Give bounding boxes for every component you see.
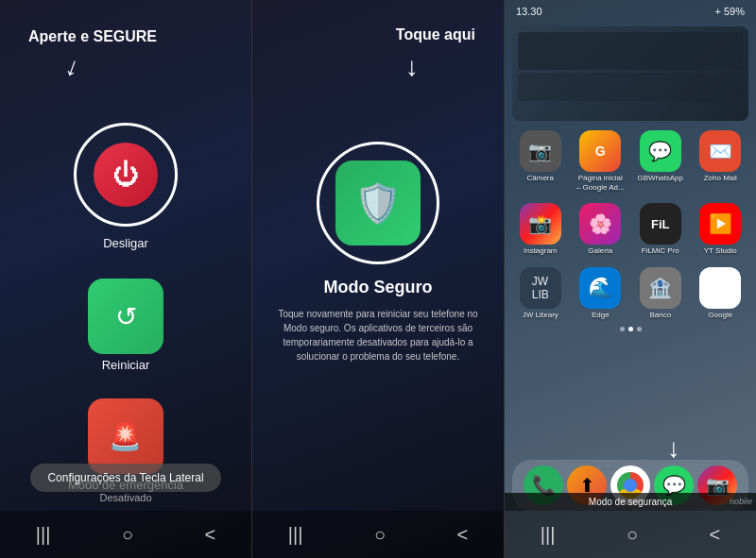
status-battery: + 59% bbox=[715, 6, 746, 17]
power-button-circle[interactable]: ⏻ bbox=[74, 123, 178, 227]
app-grid-row1: 📷 Câmera G Página inicial – Google Ad...… bbox=[505, 125, 756, 197]
dot-2-active bbox=[628, 327, 633, 331]
status-bar: 13.30 + 59% bbox=[505, 0, 756, 23]
banco-label: Banco bbox=[649, 311, 671, 320]
modo-seguro-shield: 🛡️ bbox=[335, 161, 421, 245]
modo-seguro-desc: Toque novamente para reiniciar seu telef… bbox=[252, 297, 504, 373]
modo-seguro-title: Modo Seguro bbox=[324, 278, 433, 297]
nav-menu-icon[interactable]: ||| bbox=[36, 524, 51, 546]
power-icon: ⏻ bbox=[94, 143, 158, 207]
google-icon bbox=[699, 267, 741, 309]
panel1-power-menu: Aperte e SEGURE ↓ ⏻ Desligar ↺ Reiniciar… bbox=[0, 0, 252, 558]
dot-3 bbox=[637, 327, 642, 331]
camera-icon: 📷 bbox=[520, 130, 561, 172]
zohomail-icon: ✉️ bbox=[699, 130, 741, 172]
nav-back-icon[interactable]: < bbox=[205, 524, 216, 546]
app-jwlibrary[interactable]: JWLIB JW Library bbox=[512, 267, 569, 320]
nav-bar-2: ||| ○ < bbox=[252, 511, 504, 558]
app-filmic[interactable]: FiL FiLMiC Pro bbox=[632, 203, 689, 256]
power-symbol-icon: ⏻ bbox=[112, 161, 139, 188]
reiniciar-button[interactable]: ↺ bbox=[88, 279, 163, 354]
edge-icon: 🌊 bbox=[579, 267, 621, 309]
instagram-label: Instagram bbox=[524, 246, 558, 256]
banco-icon: 🏦 bbox=[640, 267, 681, 309]
config-tecla-btn[interactable]: Configurações da Tecla Lateral bbox=[30, 464, 220, 492]
ytstudio-label: YT Studio bbox=[704, 246, 737, 256]
desligar-label: Desligar bbox=[103, 236, 148, 250]
app-ytstudio[interactable]: ▶️ YT Studio bbox=[693, 203, 749, 256]
app-edge[interactable]: 🌊 Edge bbox=[573, 267, 629, 320]
arrow-icon: ↓ bbox=[61, 51, 84, 84]
app-galeria[interactable]: 🌸 Galeria bbox=[573, 203, 629, 256]
nav-menu-icon-3[interactable]: ||| bbox=[541, 524, 556, 546]
google-label: Google bbox=[708, 311, 732, 320]
nav-menu-icon-2[interactable]: ||| bbox=[288, 524, 303, 546]
ytstudio-icon: ▶️ bbox=[699, 203, 741, 245]
google-ad-label: Página inicial – Google Ad... bbox=[576, 174, 625, 192]
toque-arrow-icon: ↓ bbox=[405, 52, 419, 82]
app-camera[interactable]: 📷 Câmera bbox=[512, 130, 569, 192]
app-google-ad[interactable]: G Página inicial – Google Ad... bbox=[573, 130, 629, 192]
gbwhatsapp-icon: 💬 bbox=[640, 130, 681, 172]
toque-label: Toque aqui bbox=[396, 26, 475, 43]
filmic-label: FiLMiC Pro bbox=[642, 246, 679, 256]
nav-bar-3: ||| ○ < bbox=[505, 511, 756, 558]
edge-label: Edge bbox=[592, 311, 610, 320]
app-google[interactable]: Google bbox=[693, 267, 749, 320]
app-grid-row2: 📸 Instagram 🌸 Galeria FiL FiLMiC Pro ▶️ … bbox=[505, 197, 756, 262]
reiniciar-icon: ↺ bbox=[115, 301, 137, 332]
wallpaper-strip-1 bbox=[518, 32, 743, 70]
app-banco[interactable]: 🏦 Banco bbox=[632, 267, 689, 320]
emergencia-icon: 🚨 bbox=[109, 421, 142, 452]
galeria-label: Galeria bbox=[588, 246, 612, 256]
modo-seguranca-text: Modo de segurança bbox=[589, 497, 672, 507]
watermark: nobiie bbox=[730, 497, 752, 506]
nav-home-icon[interactable]: ○ bbox=[122, 524, 133, 546]
status-right: + 59% bbox=[715, 6, 746, 17]
emergencia-sublabel: Desativado bbox=[99, 492, 151, 503]
shield-check-icon: 🛡️ bbox=[354, 181, 402, 226]
status-time: 13.30 bbox=[516, 6, 542, 17]
press-hold-label: Aperte e SEGURE bbox=[28, 28, 157, 45]
camera-label: Câmera bbox=[527, 174, 554, 183]
page-dots bbox=[505, 327, 756, 331]
app-zohomail[interactable]: ✉️ Zoho Mail bbox=[693, 130, 749, 192]
google-ad-icon: G bbox=[579, 130, 621, 172]
filmic-icon: FiL bbox=[640, 203, 681, 245]
app-gbwhatsapp[interactable]: 💬 GBWhatsApp bbox=[632, 130, 689, 192]
panel2-modo-seguro: Toque aqui ↓ 🛡️ Modo Seguro Toque novame… bbox=[252, 0, 505, 558]
nav-home-icon-3[interactable]: ○ bbox=[627, 524, 638, 546]
zohomail-label: Zoho Mail bbox=[704, 174, 737, 183]
nav-bar-1: ||| ○ < bbox=[0, 511, 251, 558]
nav-back-icon-3[interactable]: < bbox=[710, 524, 721, 546]
nav-home-icon-2[interactable]: ○ bbox=[374, 524, 386, 546]
modo-seguranca-banner: Modo de segurança bbox=[505, 493, 756, 511]
nav-back-icon-2[interactable]: < bbox=[457, 524, 469, 546]
instagram-icon: 📸 bbox=[520, 203, 561, 245]
gbwhatsapp-label: GBWhatsApp bbox=[638, 174, 683, 183]
reiniciar-label: Reiniciar bbox=[102, 358, 150, 372]
app-instagram[interactable]: 📸 Instagram bbox=[512, 203, 569, 256]
modo-seguro-circle[interactable]: 🛡️ bbox=[317, 142, 439, 264]
jwlibrary-label: JW Library bbox=[523, 311, 558, 320]
panel3-homescreen: 13.30 + 59% 📷 Câmera G Página inicial – … bbox=[505, 0, 756, 558]
jwlibrary-icon: JWLIB bbox=[520, 267, 561, 309]
wallpaper-strip-2 bbox=[518, 73, 743, 101]
dot-1 bbox=[620, 327, 625, 331]
wallpaper-area bbox=[512, 26, 748, 121]
app-grid-row3: JWLIB JW Library 🌊 Edge 🏦 Banco Google bbox=[505, 262, 756, 326]
emergencia-button[interactable]: 🚨 bbox=[88, 398, 163, 474]
galeria-icon: 🌸 bbox=[579, 203, 621, 245]
